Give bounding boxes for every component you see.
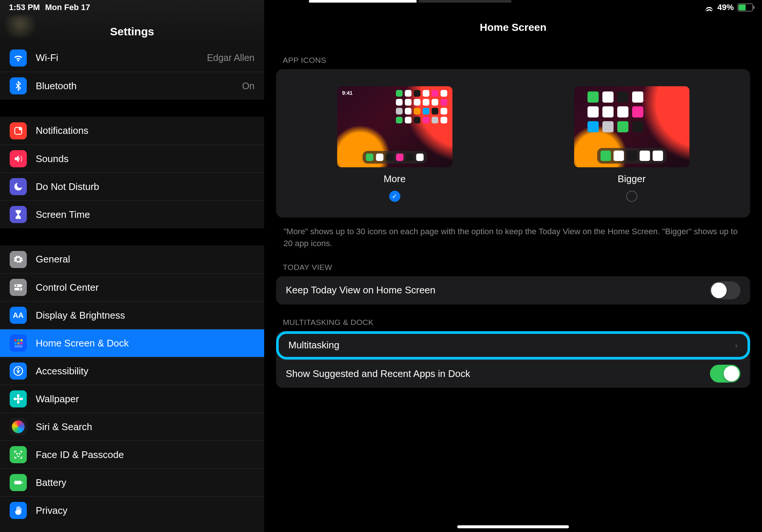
svg-rect-11 bbox=[20, 342, 23, 345]
app-icons-footnote: "More" shows up to 30 icons on each page… bbox=[284, 226, 743, 249]
svg-point-15 bbox=[17, 398, 20, 400]
hand-icon bbox=[10, 502, 27, 519]
sidebar-item-label: Privacy bbox=[36, 505, 254, 516]
app-grid-icon bbox=[10, 335, 27, 352]
detail-pane: Home Screen APP ICONS 9:41 More ✓ bbox=[264, 0, 762, 532]
flower-icon bbox=[10, 390, 27, 407]
svg-point-5 bbox=[19, 288, 21, 290]
row-keep-today-view[interactable]: Keep Today View on Home Screen bbox=[276, 276, 750, 304]
gear-icon bbox=[10, 251, 27, 268]
sidebar-item-screentime[interactable]: Screen Time bbox=[0, 200, 264, 228]
svg-rect-9 bbox=[15, 342, 17, 345]
sidebar-item-dnd[interactable]: Do Not Disturb bbox=[0, 173, 264, 200]
home-indicator[interactable] bbox=[457, 525, 569, 528]
sidebar-item-label: General bbox=[36, 254, 254, 265]
sidebar-item-battery[interactable]: Battery bbox=[0, 468, 264, 496]
sidebar-item-homescreen[interactable]: Home Screen & Dock bbox=[0, 329, 264, 357]
svg-rect-8 bbox=[20, 339, 23, 342]
option-more[interactable]: 9:41 More ✓ bbox=[291, 86, 498, 202]
sidebar-item-label: Bluetooth bbox=[36, 80, 242, 92]
sidebar-item-faceid[interactable]: Face ID & Passcode bbox=[0, 441, 264, 468]
status-battery-pct: 49% bbox=[717, 3, 734, 12]
svg-rect-22 bbox=[15, 481, 22, 484]
settings-sidebar: Settings Wi-Fi Edgar Allen Bluetooth On … bbox=[0, 0, 264, 532]
multidock-panel: Multitasking › Show Suggested and Recent… bbox=[276, 331, 750, 388]
sidebar-item-label: Display & Brightness bbox=[36, 310, 254, 321]
sidebar-item-sounds[interactable]: Sounds bbox=[0, 145, 264, 173]
siri-icon bbox=[10, 418, 27, 435]
row-multitasking[interactable]: Multitasking › bbox=[276, 331, 750, 359]
sounds-icon bbox=[10, 150, 27, 167]
chevron-right-icon: › bbox=[735, 340, 738, 351]
faceid-icon bbox=[10, 446, 27, 463]
text-size-icon: AA bbox=[10, 307, 27, 324]
app-icons-panel: 9:41 More ✓ Bigger bbox=[276, 69, 750, 217]
sidebar-item-wallpaper[interactable]: Wallpaper bbox=[0, 385, 264, 413]
notifications-icon bbox=[10, 122, 27, 139]
option-bigger-label: Bigger bbox=[618, 173, 646, 185]
homescreen-thumb-more: 9:41 bbox=[337, 86, 452, 167]
battery-icon bbox=[737, 3, 753, 12]
radio-unchecked-icon[interactable] bbox=[626, 191, 637, 202]
row-label: Show Suggested and Recent Apps in Dock bbox=[286, 368, 710, 380]
sidebar-item-label: Home Screen & Dock bbox=[36, 338, 254, 349]
sidebar-item-label: Sounds bbox=[36, 153, 254, 165]
status-time: 1:53 PM bbox=[9, 3, 40, 12]
bluetooth-icon bbox=[10, 77, 27, 94]
sidebar-item-label: Screen Time bbox=[36, 209, 254, 220]
sidebar-item-label: Battery bbox=[36, 477, 254, 489]
svg-point-1 bbox=[19, 127, 22, 130]
battery-icon bbox=[10, 474, 27, 491]
svg-point-20 bbox=[16, 454, 17, 454]
svg-point-14 bbox=[17, 368, 19, 370]
row-label: Keep Today View on Home Screen bbox=[286, 284, 710, 296]
svg-rect-2 bbox=[15, 284, 22, 287]
sidebar-item-wifi[interactable]: Wi-Fi Edgar Allen bbox=[0, 44, 264, 72]
sidebar-item-display[interactable]: AA Display & Brightness bbox=[0, 301, 264, 329]
sidebar-item-label: Control Center bbox=[36, 282, 254, 293]
svg-rect-7 bbox=[17, 339, 20, 342]
sidebar-item-label: Do Not Disturb bbox=[36, 181, 254, 193]
hourglass-icon bbox=[10, 206, 27, 223]
sidebar-item-accessibility[interactable]: Accessibility bbox=[0, 357, 264, 385]
svg-rect-23 bbox=[22, 482, 22, 484]
wifi-icon bbox=[10, 49, 27, 67]
sidebar-item-label: Accessibility bbox=[36, 365, 254, 377]
switch-today-view[interactable] bbox=[710, 281, 740, 299]
sidebar-item-controlcenter[interactable]: Control Center bbox=[0, 273, 264, 301]
svg-point-18 bbox=[13, 398, 17, 400]
sidebar-item-detail: Edgar Allen bbox=[207, 52, 254, 63]
svg-point-17 bbox=[17, 400, 20, 404]
accessibility-icon bbox=[10, 362, 27, 380]
svg-rect-6 bbox=[15, 339, 17, 342]
svg-point-21 bbox=[19, 454, 20, 454]
svg-point-16 bbox=[17, 394, 20, 397]
switch-suggested-apps[interactable] bbox=[710, 365, 740, 383]
sidebar-item-label: Face ID & Passcode bbox=[36, 449, 254, 461]
sidebar-item-label: Wi-Fi bbox=[36, 52, 207, 64]
row-suggested-apps[interactable]: Show Suggested and Recent Apps in Dock bbox=[276, 359, 750, 388]
sidebar-item-notifications[interactable]: Notifications bbox=[0, 117, 264, 145]
radio-checked-icon[interactable]: ✓ bbox=[389, 191, 400, 202]
svg-rect-12 bbox=[15, 345, 23, 348]
sidebar-item-general[interactable]: General bbox=[0, 245, 264, 273]
toggles-icon bbox=[10, 279, 27, 296]
sidebar-item-bluetooth[interactable]: Bluetooth On bbox=[0, 72, 264, 100]
sidebar-item-privacy[interactable]: Privacy bbox=[0, 496, 264, 524]
status-date: Mon Feb 17 bbox=[45, 3, 90, 12]
section-header-appicons: APP ICONS bbox=[283, 56, 762, 65]
status-bar: 1:53 PM Mon Feb 17 49% bbox=[0, 0, 762, 15]
homescreen-thumb-bigger bbox=[574, 86, 689, 167]
row-label: Multitasking bbox=[288, 339, 735, 351]
svg-point-19 bbox=[20, 398, 23, 400]
wifi-icon bbox=[705, 4, 714, 11]
today-view-panel: Keep Today View on Home Screen bbox=[276, 276, 750, 304]
option-bigger[interactable]: Bigger bbox=[528, 86, 735, 202]
svg-rect-10 bbox=[17, 342, 20, 345]
svg-rect-3 bbox=[15, 288, 22, 290]
svg-point-4 bbox=[16, 285, 17, 287]
sidebar-item-label: Notifications bbox=[36, 125, 254, 136]
sidebar-item-siri[interactable]: Siri & Search bbox=[0, 413, 264, 441]
sidebar-item-label: Siri & Search bbox=[36, 421, 254, 433]
section-header-today: TODAY VIEW bbox=[283, 263, 762, 272]
